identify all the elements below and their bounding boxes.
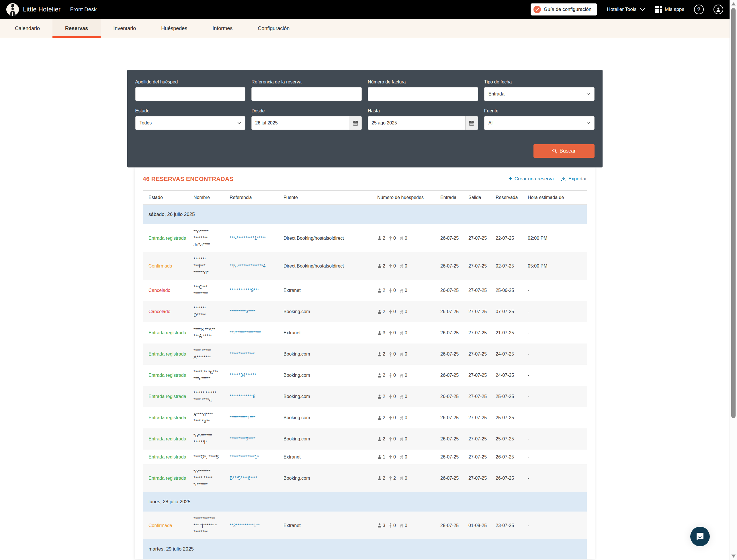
infants-icon [399, 454, 404, 459]
reference-link[interactable]: **********1*** [230, 415, 256, 420]
guest-counts: 200 [377, 415, 438, 420]
reference-link[interactable]: ******34****** [230, 373, 256, 378]
column-header: Estado [143, 191, 194, 205]
adults-count: 2 [383, 236, 385, 241]
invoice-number-label: Número de factura [368, 79, 478, 85]
to-date-calendar-button[interactable] [465, 116, 478, 130]
children-count: 2 [393, 476, 396, 481]
guest-counts: 200 [377, 352, 438, 357]
booked-date: 25-06-25 [496, 280, 528, 301]
guest-last-name-input[interactable] [135, 87, 246, 101]
reservation-row: Entrada registradaa****d******** *u*****… [143, 407, 587, 428]
booked-date: 21-07-25 [496, 322, 528, 344]
adults-count: 1 [383, 454, 385, 460]
setup-guide-button[interactable]: Guía de configuración [531, 3, 597, 15]
reference-link[interactable]: **2**********1** [230, 523, 260, 528]
chevron-down-icon [640, 8, 645, 11]
tab-huéspedes[interactable]: Huéspedes [149, 19, 200, 38]
booked-date: 25-07-25 [496, 386, 528, 407]
booked-date: 24-07-25 [496, 344, 528, 365]
adults-icon [377, 373, 382, 378]
checkin-date: 26-07-25 [440, 464, 468, 492]
column-header: Referencia [230, 191, 284, 205]
invoice-number-input[interactable] [368, 87, 478, 101]
checkout-date: 27-07-25 [468, 252, 496, 280]
export-link[interactable]: Exportar [561, 176, 587, 182]
from-date-calendar-button[interactable] [349, 116, 362, 130]
booked-date: 07-07-25 [496, 301, 528, 322]
hotelier-tools-label: Hotelier Tools [607, 7, 636, 12]
from-date-input[interactable] [252, 116, 349, 130]
vertical-scrollbar[interactable] [730, 0, 737, 560]
children-count: 0 [393, 264, 396, 269]
guest-name: a****d******** *u** [194, 407, 230, 428]
scrollbar-thumb[interactable] [731, 8, 736, 418]
infants-count: 0 [405, 373, 407, 378]
apps-grid-icon [655, 6, 662, 13]
infants-icon [399, 288, 404, 293]
chat-launcher-button[interactable] [690, 527, 710, 546]
my-apps-button[interactable]: Mis apps [655, 6, 684, 13]
help-icon[interactable]: ? [694, 5, 704, 14]
tab-calendario[interactable]: Calendario [2, 19, 52, 38]
reference-link[interactable]: *************8 [230, 394, 256, 399]
reference-link[interactable]: **2************** [230, 330, 261, 335]
account-avatar[interactable] [713, 5, 723, 14]
reference-link[interactable]: ************** [230, 352, 255, 356]
adults-icon [377, 309, 382, 314]
chat-bubble-icon [695, 532, 705, 541]
infants-icon [399, 236, 404, 241]
children-icon [388, 523, 392, 528]
reference-link[interactable]: ************9*** [230, 288, 259, 293]
eta: 02:00 PM [528, 224, 587, 252]
tab-reservas[interactable]: Reservas [52, 19, 101, 38]
date-group-row: martes, 29 julio 2025 [143, 539, 587, 559]
create-booking-label: Crear una reserva [514, 176, 554, 182]
checkin-date: 28-07-25 [440, 512, 468, 539]
tab-configuración[interactable]: Configuración [245, 19, 302, 38]
children-icon [388, 373, 392, 378]
guest-counts: 100 [377, 454, 438, 460]
reference-link[interactable]: *********9**** [230, 436, 256, 441]
reference-link[interactable]: **************1* [230, 454, 259, 459]
results-card: 46 RESERVAS ENCONTRADAS + Crear una rese… [135, 167, 595, 559]
reference-link[interactable]: ***-**********1***** [230, 236, 266, 241]
source-select[interactable]: All [484, 116, 594, 130]
status-value: Todos [140, 120, 152, 126]
status-badge: Cancelado [149, 288, 171, 293]
tab-informes[interactable]: Informes [200, 19, 245, 38]
children-count: 0 [393, 352, 396, 357]
guest-name: **********t*********d* [194, 252, 230, 280]
scroll-down-arrow-icon[interactable] [731, 555, 736, 558]
reservation-row: Entrada registrada****O*, ****S*********… [143, 450, 587, 464]
check-circle-icon [533, 6, 541, 13]
adults-icon [377, 476, 382, 481]
booking-reference-input[interactable] [252, 87, 362, 101]
to-date-label: Hasta [368, 108, 478, 114]
checkin-date: 26-07-25 [440, 301, 468, 322]
guest-last-name-label: Apellido del huésped [135, 79, 246, 85]
adults-icon [377, 288, 382, 293]
status-badge: Entrada registrada [149, 373, 186, 378]
export-label: Exportar [568, 176, 587, 182]
search-button[interactable]: Buscar [533, 144, 594, 158]
date-type-label: Tipo de fecha [484, 79, 594, 85]
reference-link[interactable]: B***5****6**** [230, 476, 258, 481]
checkout-date: 27-07-25 [468, 464, 496, 492]
booked-date: 25-07-25 [496, 428, 528, 450]
bellhop-icon [6, 3, 19, 16]
reference-link[interactable]: *********3**** [230, 309, 256, 314]
status-select[interactable]: Todos [135, 116, 246, 130]
hotelier-tools-menu[interactable]: Hotelier Tools [607, 7, 645, 12]
to-date-input[interactable] [368, 116, 465, 130]
booking-source: Direct Booking/hostalsoldirect [284, 224, 377, 252]
reservation-row: Cancelado***C***********************9***… [143, 280, 587, 301]
scroll-up-arrow-icon[interactable] [731, 2, 736, 5]
column-header: Entrada [440, 191, 468, 205]
date-type-select[interactable]: Entrada [484, 87, 594, 101]
create-booking-link[interactable]: + Crear una reserva [508, 176, 554, 182]
tab-inventario[interactable]: Inventario [101, 19, 149, 38]
brand-divider [65, 5, 65, 14]
checkin-date: 26-07-25 [440, 344, 468, 365]
reference-link[interactable]: **N-**************4 [230, 264, 266, 268]
